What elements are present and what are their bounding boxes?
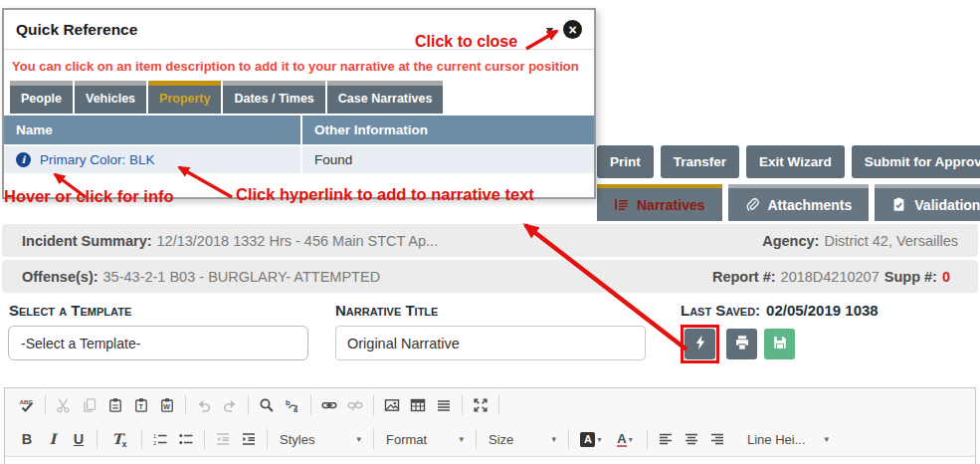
image-icon[interactable]: [379, 392, 405, 418]
svg-text:1: 1: [153, 433, 156, 439]
remove-format-icon[interactable]: Tx: [102, 426, 136, 452]
table-icon[interactable]: [405, 392, 431, 418]
caret-down-icon: ▾: [551, 434, 556, 444]
indent-icon[interactable]: [236, 426, 262, 452]
narrative-action-buttons: [681, 325, 795, 363]
toolbar-separator: [97, 429, 98, 449]
transfer-button[interactable]: Transfer: [661, 145, 739, 178]
tab-attachments[interactable]: Attachments: [728, 184, 870, 221]
undo-icon: [191, 392, 217, 418]
report-number-label: Report #:: [712, 269, 776, 285]
tab-label-attachments: Attachments: [768, 197, 853, 213]
narrative-title-input[interactable]: [335, 326, 646, 360]
supp-number-label: Supp #:: [884, 269, 937, 285]
close-icon[interactable]: ×: [563, 20, 582, 39]
unlink-icon: [342, 392, 368, 418]
save-icon: [772, 335, 788, 353]
column-header-name: Name: [4, 116, 300, 144]
paste-icon[interactable]: [102, 392, 128, 418]
header-buttons: PrintTransferExit WizardSubmit for Appro…: [597, 145, 980, 178]
popup-table: Name Other Information iPrimary Color: B…: [4, 116, 594, 173]
text-color-icon[interactable]: A▾: [608, 426, 642, 452]
popup-instruction: You can click on an item description to …: [4, 50, 594, 81]
paste-text-icon[interactable]: T: [128, 392, 154, 418]
popup-tab-dates-times[interactable]: Dates / Times: [223, 81, 324, 114]
cut-icon: [51, 392, 77, 418]
link-icon[interactable]: [316, 392, 342, 418]
replace-icon[interactable]: ba: [280, 392, 305, 418]
toolbar-separator: [204, 429, 205, 449]
popup-table-body: iPrimary Color: BLKFound: [4, 146, 594, 173]
lightning-icon: [692, 335, 708, 353]
supp-number-value: 0: [942, 269, 950, 285]
template-select-value: -Select a Template-: [21, 336, 140, 351]
last-saved-label: Last Saved:: [681, 302, 760, 319]
printer-icon: [734, 335, 750, 353]
underline-icon[interactable]: U: [66, 426, 92, 452]
collapse-caret-icon[interactable]: ▾: [546, 22, 553, 38]
template-select[interactable]: -Select a Template-: [8, 326, 308, 360]
toolbar-separator: [476, 429, 477, 449]
toolbar-separator: [141, 429, 142, 449]
list-icon: [614, 197, 629, 212]
caret-down-icon: ▾: [459, 434, 464, 444]
info-icon[interactable]: i: [16, 152, 31, 167]
printer-button[interactable]: [726, 329, 757, 359]
bulleted-list-icon[interactable]: [173, 426, 199, 452]
annotation-click-to-close: Click to close: [415, 33, 517, 51]
popup-tab-property[interactable]: Property: [148, 81, 221, 114]
bold-icon[interactable]: B: [14, 426, 40, 452]
maximize-icon[interactable]: [468, 392, 493, 418]
align-left-icon[interactable]: [653, 426, 679, 452]
toolbar-separator: [498, 395, 499, 415]
numbered-list-icon[interactable]: 12: [147, 426, 173, 452]
align-right-icon[interactable]: [704, 426, 730, 452]
find-icon[interactable]: [254, 392, 280, 418]
styles-dropdown[interactable]: Styles▾: [273, 427, 368, 451]
last-saved: Last Saved: 02/05/2019 1038: [681, 302, 879, 319]
tab-label-validations: Validations: [914, 197, 980, 213]
editor-content-area[interactable]: [5, 456, 975, 464]
popup-tab-people[interactable]: People: [10, 81, 73, 114]
svg-text:b: b: [286, 398, 291, 407]
incident-summary-row: Incident Summary: 12/13/2018 1332 Hrs - …: [2, 224, 978, 257]
toolbar-separator: [185, 395, 186, 415]
svg-text:W: W: [163, 403, 170, 410]
size-dropdown-label: Size: [489, 432, 513, 447]
annotation-click-hyperlink: Click hyperlink to add to narrative text: [236, 185, 534, 204]
clipboard-check-icon: [891, 197, 906, 212]
editor-toolbar-row2: BIUTx12Styles▾Format▾Size▾A▾A▾Line Hei..…: [5, 422, 975, 456]
print-button[interactable]: Print: [597, 145, 654, 178]
offense-summary-row: Offense(s): 35-43-2-1 B03 - BURGLARY- AT…: [2, 260, 978, 293]
submit-for-approval-button[interactable]: Submit for Approval: [852, 145, 980, 178]
lineheight-dropdown-label: Line Hei...: [747, 432, 806, 447]
italic-icon[interactable]: I: [40, 426, 66, 452]
tab-label-narratives: Narratives: [637, 197, 705, 213]
annotation-hover-for-info: Hover or click for info: [4, 187, 174, 206]
popup-tab-vehicles[interactable]: Vehicles: [75, 81, 146, 114]
size-dropdown[interactable]: Size▾: [482, 427, 563, 451]
tab-validations[interactable]: Validations: [875, 184, 980, 221]
table-row: iPrimary Color: BLKFound: [4, 146, 594, 173]
lightning-button[interactable]: [685, 329, 715, 359]
save-button[interactable]: [764, 329, 795, 359]
align-center-icon[interactable]: [679, 426, 704, 452]
popup-tab-case-narratives[interactable]: Case Narratives: [327, 81, 444, 114]
property-item-link[interactable]: Primary Color: BLK: [40, 152, 155, 167]
tab-narratives[interactable]: Narratives: [597, 184, 722, 221]
paste-word-icon[interactable]: W: [154, 392, 180, 418]
editor-toolbar-row1: ABCTWba: [5, 388, 975, 422]
toolbar-separator: [267, 429, 268, 449]
caret-down-icon: ▾: [824, 434, 829, 444]
lineheight-dropdown[interactable]: Line Hei...▾: [740, 427, 836, 451]
exit-wizard-button[interactable]: Exit Wizard: [746, 145, 845, 178]
toolbar-separator: [373, 429, 374, 449]
main-tabs: NarrativesAttachmentsValidations: [597, 184, 980, 221]
narrative-title-label: Narrative Title: [335, 302, 438, 319]
format-dropdown[interactable]: Format▾: [379, 427, 471, 451]
styles-dropdown-label: Styles: [280, 432, 314, 447]
offense-value: 35-43-2-1 B03 - BURGLARY- ATTEMPTED: [103, 269, 381, 285]
horizontal-line-icon[interactable]: [431, 392, 457, 418]
spellcheck-icon[interactable]: ABC: [14, 392, 40, 418]
bg-color-icon[interactable]: A▾: [574, 426, 608, 452]
